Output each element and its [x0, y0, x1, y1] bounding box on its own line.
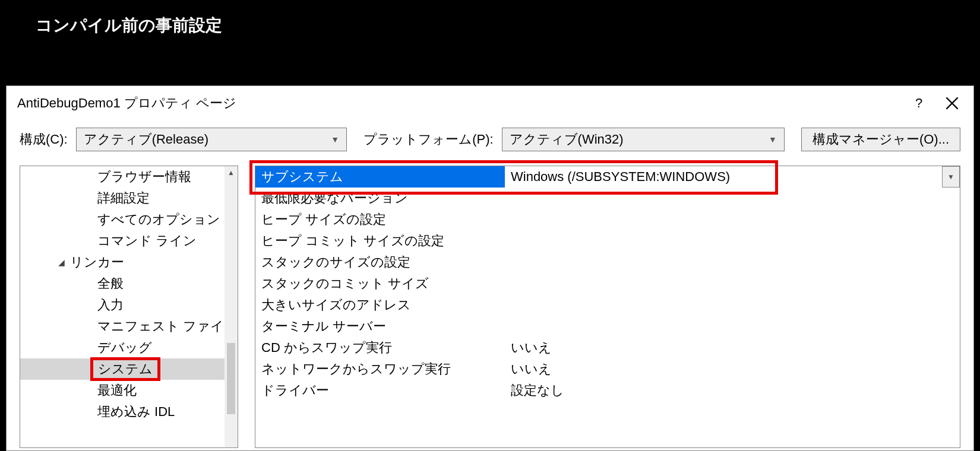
- property-value[interactable]: 設定なし: [505, 380, 960, 401]
- configuration-manager-label: 構成マネージャー(O)...: [813, 131, 949, 148]
- tree-item[interactable]: 埋め込み IDL: [20, 401, 238, 423]
- property-value[interactable]: Windows (/SUBSYSTEM:WINDOWS): [505, 166, 942, 188]
- tree-item[interactable]: コマンド ライン: [20, 230, 238, 252]
- tree-item-label: コマンド ライン: [97, 232, 197, 250]
- chevron-down-icon: ▼: [331, 135, 339, 144]
- platform-combo[interactable]: アクティブ(Win32) ▼: [502, 128, 785, 151]
- tree-item[interactable]: 最適化: [20, 380, 238, 401]
- scroll-thumb[interactable]: [227, 343, 235, 414]
- tree-item[interactable]: システム: [20, 358, 238, 380]
- help-button[interactable]: ?: [902, 89, 935, 117]
- property-row[interactable]: ヒープ コミット サイズの設定: [255, 230, 960, 252]
- chevron-down-icon: ▼: [947, 173, 954, 181]
- tree-item-label: 全般: [97, 275, 124, 293]
- tree-item-label: ブラウザー情報: [97, 168, 191, 186]
- property-row[interactable]: スタックのサイズの設定: [255, 252, 960, 273]
- config-combo-value: アクティブ(Release): [84, 131, 208, 148]
- tree-item-label: マニフェスト ファイル: [97, 317, 238, 335]
- property-name: 最低限必要なバージョン: [255, 188, 505, 209]
- tree-item[interactable]: 全般: [20, 273, 238, 294]
- property-value[interactable]: [505, 294, 960, 316]
- property-name: サブシステム: [255, 166, 505, 188]
- property-name: CD からスワップ実行: [255, 337, 505, 358]
- dialog-body: ブラウザー情報詳細設定すべてのオプションコマンド ライン◢リンカー全般入力マニフ…: [7, 154, 973, 448]
- property-name: スタックのコミット サイズ: [255, 273, 505, 294]
- property-row[interactable]: スタックのコミット サイズ: [255, 273, 960, 294]
- tree-item-linker[interactable]: ◢リンカー: [20, 252, 238, 273]
- property-value[interactable]: [505, 273, 960, 294]
- property-name: ターミナル サーバー: [255, 316, 505, 337]
- chevron-down-icon: ▼: [769, 135, 777, 144]
- scroll-up-icon: ▲: [227, 169, 235, 177]
- titlebar: AntiDebugDemo1 プロパティ ページ ?: [7, 86, 973, 120]
- tree-item-label: リンカー: [70, 253, 124, 271]
- property-row[interactable]: ヒープ サイズの設定: [255, 209, 960, 230]
- property-pages-dialog: AntiDebugDemo1 プロパティ ページ ? 構成(C): アクティブ(…: [6, 85, 974, 451]
- property-value[interactable]: [505, 209, 960, 230]
- platform-label: プラットフォーム(P):: [363, 131, 493, 148]
- property-value[interactable]: [505, 230, 960, 252]
- tree-item-label: 最適化: [97, 382, 137, 399]
- close-icon: [946, 97, 959, 110]
- property-row[interactable]: 最低限必要なバージョン: [255, 188, 960, 209]
- dialog-title: AntiDebugDemo1 プロパティ ページ: [17, 94, 902, 112]
- tree-item[interactable]: デバッグ: [20, 337, 238, 358]
- property-dropdown-button[interactable]: ▼: [942, 166, 960, 188]
- property-name: スタックのサイズの設定: [255, 252, 505, 273]
- property-name: 大きいサイズのアドレス: [255, 294, 505, 316]
- property-row[interactable]: サブシステムWindows (/SUBSYSTEM:WINDOWS)▼: [255, 166, 960, 188]
- property-value[interactable]: [505, 316, 960, 337]
- tree-item[interactable]: 入力: [20, 294, 238, 316]
- tree-item-label: 詳細設定: [97, 189, 150, 207]
- property-value[interactable]: いいえ: [505, 337, 960, 358]
- property-row[interactable]: CD からスワップ実行いいえ: [255, 337, 960, 358]
- property-row[interactable]: ターミナル サーバー: [255, 316, 960, 337]
- tree-item-label: すべてのオプション: [97, 211, 220, 228]
- property-name: ヒープ コミット サイズの設定: [255, 230, 505, 252]
- tree-item-label: システム: [90, 357, 160, 381]
- tree-pane: ブラウザー情報詳細設定すべてのオプションコマンド ライン◢リンカー全般入力マニフ…: [20, 166, 238, 448]
- configuration-manager-button[interactable]: 構成マネージャー(O)...: [801, 128, 960, 151]
- slide-title: コンパイル前の事前設定: [36, 14, 222, 37]
- tree-item[interactable]: マニフェスト ファイル: [20, 316, 238, 337]
- tree-item[interactable]: 詳細設定: [20, 188, 238, 209]
- caret-down-icon: ◢: [56, 258, 67, 267]
- config-label: 構成(C):: [20, 131, 68, 148]
- tree-item-label: 入力: [97, 296, 124, 314]
- tree-item[interactable]: すべてのオプション: [20, 209, 238, 230]
- property-row[interactable]: ネットワークからスワップ実行いいえ: [255, 358, 960, 380]
- property-row[interactable]: 大きいサイズのアドレス: [255, 294, 960, 316]
- property-value[interactable]: いいえ: [505, 358, 960, 380]
- config-combo[interactable]: アクティブ(Release) ▼: [76, 128, 347, 151]
- property-value[interactable]: [505, 188, 960, 209]
- configuration-row: 構成(C): アクティブ(Release) ▼ プラットフォーム(P): アクテ…: [7, 120, 973, 154]
- tree-scrollbar[interactable]: ▲: [225, 166, 238, 447]
- tree-item[interactable]: ブラウザー情報: [20, 166, 238, 188]
- property-name: ヒープ サイズの設定: [255, 209, 505, 230]
- property-row[interactable]: ドライバー設定なし: [255, 380, 960, 401]
- property-grid: サブシステムWindows (/SUBSYSTEM:WINDOWS)▼最低限必要…: [255, 166, 960, 448]
- property-name: ドライバー: [255, 380, 505, 401]
- tree-item-label: デバッグ: [97, 339, 152, 357]
- close-button[interactable]: [935, 89, 969, 117]
- property-value[interactable]: [505, 252, 960, 273]
- tree-item-label: 埋め込み IDL: [97, 403, 175, 421]
- property-name: ネットワークからスワップ実行: [255, 358, 505, 380]
- platform-combo-value: アクティブ(Win32): [510, 131, 624, 148]
